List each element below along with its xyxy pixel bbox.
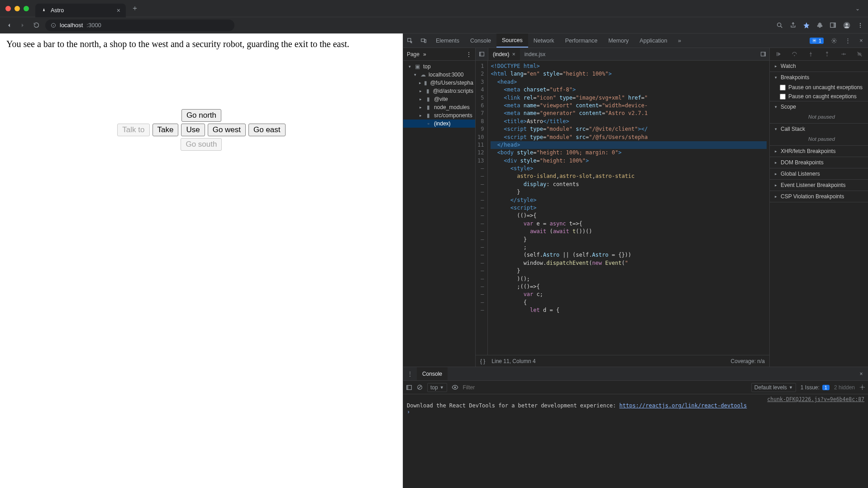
file-tree[interactable]: ▾▣top ▾☁localhost:3000 ▸▮@fs/Users/steph… xyxy=(403,61,475,367)
console-filter-input[interactable] xyxy=(463,384,747,391)
tab-network[interactable]: Network xyxy=(528,33,560,48)
live-expression-icon[interactable] xyxy=(452,384,458,391)
take-button[interactable]: Take xyxy=(153,124,179,136)
event-listener-breakpoints-section[interactable]: ▸Event Listener Breakpoints xyxy=(770,180,868,191)
pause-uncaught-checkbox[interactable]: Pause on uncaught exceptions xyxy=(770,83,868,92)
toggle-debugger-icon[interactable] xyxy=(757,48,769,61)
svg-rect-3 xyxy=(834,23,835,28)
menu-dots-icon[interactable] xyxy=(857,22,863,29)
navigator-page-tab[interactable]: Page xyxy=(407,51,420,57)
zoom-icon[interactable] xyxy=(776,22,783,29)
devtools-settings-icon[interactable] xyxy=(827,38,841,44)
url-host: localhost xyxy=(60,22,83,29)
browser-tab[interactable]: Astro × xyxy=(35,4,126,17)
console-settings-icon[interactable] xyxy=(859,384,865,390)
drawer-close-icon[interactable]: × xyxy=(854,371,868,377)
deactivate-breakpoints-icon[interactable] xyxy=(852,51,868,57)
pretty-print-icon[interactable]: { } xyxy=(480,358,485,364)
window-minimize-button[interactable] xyxy=(14,6,20,11)
tab-close-button[interactable]: × xyxy=(117,7,120,14)
forward-button[interactable] xyxy=(18,21,27,30)
bookmark-star-icon[interactable] xyxy=(803,22,810,29)
step-out-icon[interactable] xyxy=(819,51,835,57)
devtools-menu-icon[interactable]: ⋮ xyxy=(841,37,854,44)
folder-icon: ▮ xyxy=(425,96,432,102)
drawer-menu-icon[interactable]: ⋮ xyxy=(403,371,417,377)
svg-point-6 xyxy=(860,23,861,24)
svg-point-13 xyxy=(833,40,835,42)
react-devtools-link[interactable]: https://reactjs.org/link/react-devtools xyxy=(620,402,747,409)
inspect-element-icon[interactable] xyxy=(403,38,417,44)
tabs-overflow-button[interactable]: ⌄ xyxy=(853,5,863,12)
window-maximize-button[interactable] xyxy=(24,6,29,11)
traffic-lights xyxy=(5,6,29,11)
clear-console-icon[interactable] xyxy=(417,384,423,390)
editor-tab-indexjsx[interactable]: index.jsx xyxy=(520,48,550,60)
frame-icon: ▣ xyxy=(415,63,421,70)
log-source-link[interactable]: chunk-DFKQJ226.js?v=9e6b4e8c:87 xyxy=(407,396,864,402)
tab-memory[interactable]: Memory xyxy=(603,33,634,48)
use-button[interactable]: Use xyxy=(181,124,205,136)
folder-icon: ▮ xyxy=(424,80,428,86)
tab-performance[interactable]: Performance xyxy=(560,33,603,48)
tab-console[interactable]: Console xyxy=(465,33,496,48)
callstack-section[interactable]: ▾Call Stack xyxy=(770,124,868,134)
tab-sources[interactable]: Sources xyxy=(496,33,528,48)
global-listeners-section[interactable]: ▸Global Listeners xyxy=(770,168,868,179)
back-button[interactable] xyxy=(5,21,14,30)
svg-point-28 xyxy=(862,387,863,388)
editor-tab-index[interactable]: (index)× xyxy=(488,48,520,60)
share-icon[interactable] xyxy=(790,22,796,29)
window-close-button[interactable] xyxy=(5,6,11,11)
watch-section[interactable]: ▸Watch xyxy=(770,61,868,72)
svg-point-18 xyxy=(794,55,795,56)
svg-line-26 xyxy=(418,386,421,389)
more-tabs-icon[interactable]: » xyxy=(673,38,687,44)
csp-breakpoints-section[interactable]: ▸CSP Violation Breakpoints xyxy=(770,191,868,202)
tab-application[interactable]: Application xyxy=(634,33,672,48)
go-west-button[interactable]: Go west xyxy=(208,124,246,136)
navigator-more-icon[interactable]: » xyxy=(423,51,426,57)
svg-point-27 xyxy=(454,387,456,388)
talk-to-button[interactable]: Talk to xyxy=(117,124,149,136)
close-tab-icon[interactable]: × xyxy=(512,51,515,57)
devtools-close-icon[interactable]: × xyxy=(854,38,868,44)
console-prompt-icon: › xyxy=(407,409,413,415)
url-path: :3000 xyxy=(86,22,101,29)
console-issues[interactable]: 1 Issue: 1 xyxy=(801,384,830,391)
drawer-tab-console[interactable]: Console xyxy=(417,367,448,380)
sidepanel-icon[interactable] xyxy=(830,22,836,29)
reload-button[interactable] xyxy=(32,21,41,30)
device-toolbar-icon[interactable] xyxy=(417,38,430,44)
console-context-select[interactable]: top▼ xyxy=(427,383,447,392)
scope-section[interactable]: ▾Scope xyxy=(770,101,868,112)
extensions-icon[interactable] xyxy=(816,22,823,29)
address-bar[interactable]: localhost:3000 xyxy=(45,19,234,31)
go-south-button[interactable]: Go south xyxy=(181,138,222,151)
dom-breakpoints-section[interactable]: ▸DOM Breakpoints xyxy=(770,157,868,168)
issues-badge[interactable]: 1 xyxy=(810,38,824,44)
console-output[interactable]: chunk-DFKQJ226.js?v=9e6b4e8c:87 Download… xyxy=(403,394,868,488)
pause-caught-checkbox[interactable]: Pause on caught exceptions xyxy=(770,92,868,101)
file-icon: ▫ xyxy=(425,120,432,127)
step-into-icon[interactable] xyxy=(802,51,819,57)
tab-elements[interactable]: Elements xyxy=(430,33,465,48)
line-gutter[interactable]: 12345678910111213––––––––––––––––––– xyxy=(476,61,488,355)
console-sidebar-icon[interactable] xyxy=(406,384,412,391)
code-view[interactable]: <!DOCTYPE html> <html lang="en" style="h… xyxy=(488,61,769,355)
resume-icon[interactable] xyxy=(770,51,786,57)
go-north-button[interactable]: Go north xyxy=(181,109,221,122)
toggle-navigator-icon[interactable] xyxy=(476,48,488,60)
navigator-menu-icon[interactable]: ⋮ xyxy=(466,51,472,57)
folder-icon: ▮ xyxy=(425,112,432,119)
profile-avatar[interactable] xyxy=(843,21,851,29)
folder-icon: ▮ xyxy=(425,88,431,94)
breakpoints-section[interactable]: ▾Breakpoints xyxy=(770,72,868,83)
new-tab-button[interactable]: ＋ xyxy=(129,2,141,15)
log-levels-select[interactable]: Default levels▼ xyxy=(751,383,796,392)
go-east-button[interactable]: Go east xyxy=(248,124,286,136)
xhr-breakpoints-section[interactable]: ▸XHR/fetch Breakpoints xyxy=(770,146,868,157)
astro-favicon xyxy=(41,7,47,14)
step-icon[interactable] xyxy=(835,51,852,57)
step-over-icon[interactable] xyxy=(786,51,802,57)
